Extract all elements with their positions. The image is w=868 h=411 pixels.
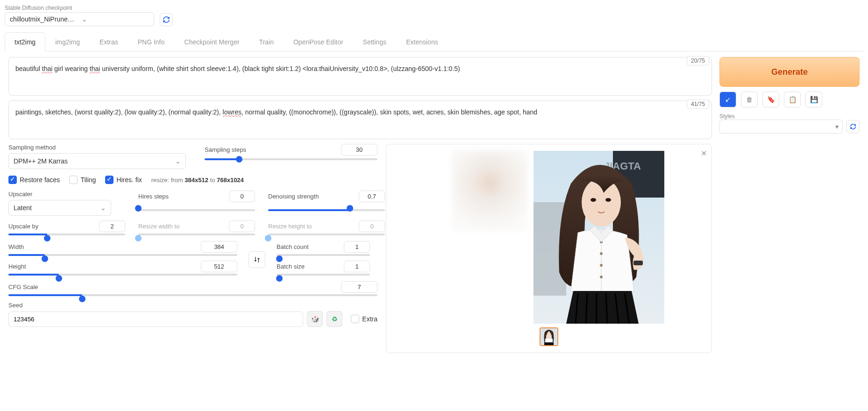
tiling-label: Tiling — [80, 176, 96, 184]
cfg-label: CFG Scale — [8, 283, 38, 291]
width-value[interactable]: 384 — [201, 241, 237, 253]
result-image[interactable]: JIAGTA — [534, 151, 664, 324]
clipboard-button[interactable]: 📋 — [784, 92, 801, 107]
arrow-icon: ↙ — [725, 96, 731, 103]
tab-txt2img[interactable]: txt2img — [5, 32, 45, 51]
paint-button[interactable]: ↙ — [719, 92, 736, 107]
resize-to-word: to — [208, 177, 217, 184]
hires-fix-checkbox[interactable]: Hires. fix — [105, 176, 142, 184]
sampling-method-select[interactable]: DPM++ 2M Karras ⌄ — [8, 153, 186, 169]
generate-button[interactable]: Generate — [719, 57, 860, 87]
seed-extra-checkbox[interactable]: Extra — [351, 315, 377, 323]
checkpoint-select[interactable]: chilloutmix_NiPrunedFp32Fix.safetensors … — [5, 12, 154, 26]
batch-size-label: Batch size — [277, 263, 305, 270]
sampling-steps-slider[interactable] — [205, 156, 377, 163]
trash-icon: 🗑 — [746, 96, 753, 103]
bookmark-icon: 🔖 — [767, 96, 775, 103]
chevron-down-icon: ⌄ — [100, 204, 106, 212]
denoise-label: Denoising strength — [268, 193, 319, 200]
styles-select[interactable]: ▾ — [719, 120, 843, 134]
resize-to: 768x1024 — [217, 177, 244, 184]
checkpoint-value: chilloutmix_NiPrunedFp32Fix.safetensors … — [10, 15, 77, 23]
tab-checkpoint-merger[interactable]: Checkpoint Merger — [174, 32, 249, 51]
result-gallery: ✕ JIAGTA — [386, 144, 712, 353]
tab-img2img[interactable]: img2img — [45, 32, 90, 51]
prompt-seg: university uniform, (white shirt short s… — [100, 65, 460, 72]
prompt-seg: thai — [90, 65, 100, 72]
tab-pnginfo[interactable]: PNG Info — [128, 32, 175, 51]
chevron-down-icon: ⌄ — [175, 157, 181, 165]
refresh-styles-button[interactable] — [847, 120, 860, 133]
save-icon: 💾 — [810, 96, 818, 103]
svg-point-6 — [605, 198, 611, 202]
upscaler-label: Upscaler — [8, 191, 125, 198]
height-label: Height — [8, 263, 26, 270]
seed-reuse-button[interactable]: ♻ — [327, 311, 342, 327]
prompt-seg: beautiful — [15, 65, 42, 72]
hires-steps-slider[interactable] — [138, 205, 255, 216]
resize-info: resize: from 384x512 to 768x1024 — [151, 177, 244, 184]
batch-count-label: Batch count — [277, 243, 309, 250]
denoise-value[interactable]: 0.7 — [359, 191, 385, 202]
tab-settings[interactable]: Settings — [353, 32, 397, 51]
neg-seg: , normal quality, ((monochrome)), ((gray… — [242, 108, 537, 116]
cfg-value[interactable]: 7 — [341, 281, 377, 293]
tab-train[interactable]: Train — [249, 32, 284, 51]
refresh-checkpoint-button[interactable] — [160, 13, 173, 26]
swap-dims-button[interactable] — [249, 251, 265, 268]
seed-input[interactable] — [8, 312, 303, 327]
result-thumbnail[interactable] — [540, 327, 558, 346]
tiling-checkbox[interactable]: Tiling — [69, 176, 96, 184]
svg-point-9 — [600, 264, 603, 267]
neg-seg: lowres — [223, 108, 242, 116]
style-button[interactable]: 🔖 — [762, 92, 779, 107]
svg-rect-15 — [544, 342, 554, 345]
tab-extras[interactable]: Extras — [90, 32, 128, 51]
clipboard-icon: 📋 — [789, 96, 797, 103]
sampling-steps-label: Sampling steps — [205, 146, 246, 153]
svg-point-5 — [591, 198, 596, 202]
sampling-method-label: Sampling method — [8, 144, 186, 151]
close-icon[interactable]: ✕ — [701, 149, 707, 158]
restore-faces-checkbox[interactable]: Restore faces — [8, 176, 60, 184]
upscaler-value: Latent — [14, 204, 32, 212]
hires-steps-label: Hires steps — [138, 193, 169, 200]
prompt-seg: thai — [42, 65, 53, 72]
hires-steps-value[interactable]: 0 — [229, 191, 255, 202]
height-value[interactable]: 512 — [201, 261, 237, 272]
upscale-by-label: Upscale by — [8, 223, 38, 230]
tab-extensions[interactable]: Extensions — [396, 32, 448, 51]
resize-h-value[interactable]: 0 — [359, 220, 385, 232]
resize-from: 384x512 — [185, 177, 208, 184]
restore-faces-label: Restore faces — [20, 176, 60, 184]
seed-random-button[interactable]: 🎲 — [307, 311, 323, 327]
save-button[interactable]: 💾 — [805, 92, 822, 107]
resize-h-label: Resize height to — [268, 223, 312, 230]
svg-point-10 — [600, 276, 603, 278]
checkpoint-label: Stable Diffusion checkpoint — [5, 5, 154, 11]
prompt-seg: girl wearing — [52, 65, 89, 72]
result-preview-small[interactable] — [452, 151, 527, 230]
clear-button[interactable]: 🗑 — [741, 92, 758, 107]
svg-point-8 — [600, 252, 603, 255]
resize-w-label: Resize width to — [138, 223, 179, 230]
negprompt-token-counter: 41/75 — [687, 99, 709, 109]
caret-down-icon: ▾ — [835, 123, 839, 130]
prompt-token-counter: 20/75 — [687, 56, 709, 65]
batch-size-value[interactable]: 1 — [344, 261, 370, 272]
upscaler-select[interactable]: Latent ⌄ — [8, 200, 111, 216]
neg-seg: paintings, sketches, (worst quality:2), … — [15, 108, 223, 116]
seed-label: Seed — [8, 302, 377, 309]
upscale-by-value[interactable]: 2 — [99, 220, 125, 232]
hires-label: Hires. fix — [116, 176, 142, 184]
sampling-steps-value[interactable]: 30 — [341, 144, 377, 156]
tab-openpose[interactable]: OpenPose Editor — [284, 32, 353, 51]
prompt-input[interactable]: beautiful thai girl wearing thai univers… — [8, 57, 712, 96]
batch-count-value[interactable]: 1 — [344, 241, 370, 253]
seed-extra-label: Extra — [362, 315, 377, 323]
denoise-slider[interactable] — [268, 205, 385, 216]
negprompt-input[interactable]: paintings, sketches, (worst quality:2), … — [8, 100, 712, 139]
resize-w-value[interactable]: 0 — [229, 220, 255, 232]
styles-label: Styles — [719, 113, 735, 120]
svg-rect-11 — [633, 261, 643, 265]
